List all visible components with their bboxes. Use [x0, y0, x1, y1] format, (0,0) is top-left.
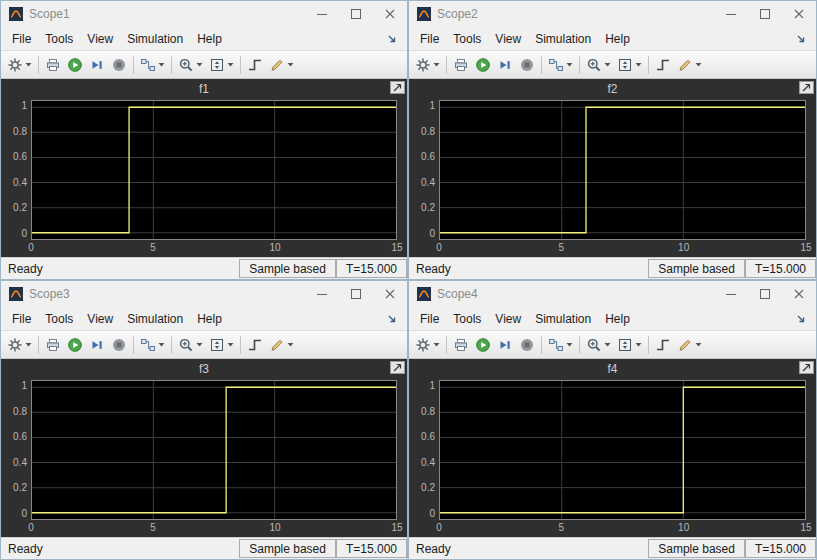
step-forward-button[interactable] [86, 53, 108, 77]
signal-selector-button[interactable] [545, 333, 576, 357]
minimize-button[interactable] [714, 1, 748, 27]
menu-simulation[interactable]: Simulation [120, 309, 190, 329]
run-button[interactable] [472, 53, 494, 77]
menu-file[interactable]: File [413, 29, 446, 49]
plot-canvas[interactable]: 00.20.40.60.81051015 [439, 100, 806, 240]
run-icon [67, 57, 83, 73]
trigger-button[interactable] [652, 53, 674, 77]
menu-view[interactable]: View [80, 309, 120, 329]
settings-button[interactable] [4, 333, 35, 357]
window-title: Scope1 [29, 7, 70, 21]
stop-icon [111, 337, 127, 353]
maximize-axes-button[interactable] [799, 361, 814, 374]
x-tick-label: 0 [436, 240, 442, 253]
close-button[interactable] [373, 281, 407, 307]
close-button[interactable] [782, 1, 816, 27]
menu-file[interactable]: File [5, 309, 38, 329]
menu-view[interactable]: View [488, 309, 528, 329]
dock-arrow-icon[interactable] [386, 33, 403, 45]
stop-button[interactable] [516, 53, 538, 77]
signal-selector-button[interactable] [545, 53, 576, 77]
title-bar[interactable]: Scope4 [409, 281, 816, 307]
close-button[interactable] [782, 281, 816, 307]
menu-simulation[interactable]: Simulation [528, 309, 598, 329]
print-button[interactable] [42, 333, 64, 357]
signal-trace [440, 387, 805, 512]
menu-tools[interactable]: Tools [446, 309, 488, 329]
menu-view[interactable]: View [488, 29, 528, 49]
minimize-button[interactable] [714, 281, 748, 307]
maximize-button[interactable] [748, 281, 782, 307]
measurements-button[interactable] [266, 53, 297, 77]
measurements-button[interactable] [674, 333, 705, 357]
dock-arrow-icon[interactable] [795, 313, 812, 325]
menu-file[interactable]: File [5, 29, 38, 49]
maximize-button[interactable] [339, 1, 373, 27]
settings-button[interactable] [412, 53, 443, 77]
title-bar[interactable]: Scope2 [409, 1, 816, 27]
menu-help[interactable]: Help [598, 29, 637, 49]
toolbar-separator [541, 56, 542, 74]
maximize-button[interactable] [339, 281, 373, 307]
menu-tools[interactable]: Tools [446, 29, 488, 49]
menu-tools[interactable]: Tools [38, 309, 80, 329]
maximize-button[interactable] [748, 1, 782, 27]
print-button[interactable] [450, 333, 472, 357]
signal-selector-button[interactable] [137, 53, 168, 77]
maximize-axes-button[interactable] [799, 81, 814, 94]
minimize-button[interactable] [305, 1, 339, 27]
menu-file[interactable]: File [413, 309, 446, 329]
fit-to-view-button[interactable] [206, 53, 237, 77]
run-button[interactable] [64, 333, 86, 357]
zoom-button[interactable] [175, 53, 206, 77]
title-bar[interactable]: Scope1 [1, 1, 407, 27]
stop-button[interactable] [516, 333, 538, 357]
signal-selector-icon [548, 337, 564, 353]
plot-canvas[interactable]: 00.20.40.60.81051015 [31, 100, 397, 240]
run-button[interactable] [64, 53, 86, 77]
dock-arrow-icon[interactable] [386, 313, 403, 325]
settings-button[interactable] [4, 53, 35, 77]
stop-button[interactable] [108, 53, 130, 77]
print-button[interactable] [42, 53, 64, 77]
stop-button[interactable] [108, 333, 130, 357]
trigger-button[interactable] [244, 53, 266, 77]
menu-simulation[interactable]: Simulation [528, 29, 598, 49]
step-forward-button[interactable] [86, 333, 108, 357]
maximize-axes-button[interactable] [390, 361, 405, 374]
signal-selector-button[interactable] [137, 333, 168, 357]
menu-help[interactable]: Help [190, 309, 229, 329]
trigger-button[interactable] [244, 333, 266, 357]
fit-to-view-button[interactable] [614, 53, 645, 77]
measurements-button[interactable] [266, 333, 297, 357]
y-tick-label: 0.6 [13, 152, 31, 162]
dock-arrow-icon[interactable] [795, 33, 812, 45]
run-button[interactable] [472, 333, 494, 357]
menu-view[interactable]: View [80, 29, 120, 49]
trigger-button[interactable] [652, 333, 674, 357]
zoom-button[interactable] [175, 333, 206, 357]
step-forward-button[interactable] [494, 53, 516, 77]
plot-canvas[interactable]: 00.20.40.60.81051015 [31, 380, 397, 520]
menu-help[interactable]: Help [598, 309, 637, 329]
y-tick-label: 0.2 [421, 483, 439, 493]
plot-region: f3 00.20.40.60.81051015 [1, 359, 407, 537]
menu-simulation[interactable]: Simulation [120, 29, 190, 49]
fit-to-view-button[interactable] [614, 333, 645, 357]
plot-canvas[interactable]: 00.20.40.60.81051015 [439, 380, 806, 520]
title-bar[interactable]: Scope3 [1, 281, 407, 307]
zoom-button[interactable] [583, 53, 614, 77]
measurements-button[interactable] [674, 53, 705, 77]
toolbar-separator [579, 336, 580, 354]
settings-button[interactable] [412, 333, 443, 357]
minimize-button[interactable] [305, 281, 339, 307]
zoom-button[interactable] [583, 333, 614, 357]
close-button[interactable] [373, 1, 407, 27]
print-button[interactable] [450, 53, 472, 77]
fit-to-view-button[interactable] [206, 333, 237, 357]
menu-help[interactable]: Help [190, 29, 229, 49]
maximize-axes-button[interactable] [390, 81, 405, 94]
menu-tools[interactable]: Tools [38, 29, 80, 49]
step-forward-button[interactable] [494, 333, 516, 357]
x-tick-label: 15 [391, 520, 402, 533]
